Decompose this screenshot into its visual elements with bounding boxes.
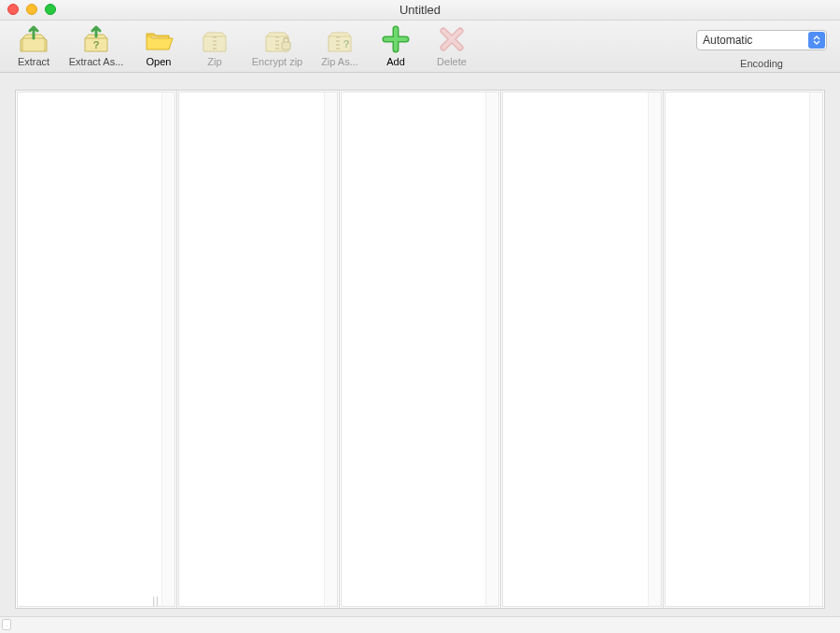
svg-rect-1: [282, 42, 290, 49]
plus-icon: [379, 24, 413, 54]
window-controls: [7, 4, 56, 15]
window-title: Untitled: [0, 3, 840, 17]
scrollbar[interactable]: [648, 92, 661, 606]
toolbar-label: Zip: [207, 56, 221, 67]
delete-button[interactable]: Delete: [427, 24, 476, 67]
close-window-button[interactable]: [7, 4, 19, 15]
encoding-select[interactable]: Automatic: [696, 30, 827, 50]
toolbar-label: Extract: [18, 56, 49, 67]
svg-text:?: ?: [343, 38, 350, 49]
scrollbar[interactable]: [485, 92, 498, 606]
browser-column[interactable]: [664, 91, 824, 608]
extract-as-button[interactable]: ? Extract As...: [65, 24, 127, 67]
scrollbar[interactable]: [809, 92, 822, 606]
scrollbar[interactable]: [324, 92, 337, 606]
box-zipper-question-icon: ?: [323, 24, 357, 54]
titlebar: Untitled: [0, 0, 840, 21]
zip-as-button[interactable]: ? Zip As...: [315, 24, 364, 67]
zip-button[interactable]: Zip: [190, 24, 239, 67]
status-bar: .: [0, 616, 840, 633]
box-arrow-up-icon: [17, 24, 50, 54]
column-resize-handle[interactable]: ||: [152, 596, 159, 606]
extract-button[interactable]: Extract: [9, 24, 58, 67]
toolbar-label: Zip As...: [321, 56, 358, 67]
column-browser: ||: [15, 90, 825, 609]
status-grip[interactable]: .: [2, 619, 11, 630]
toolbar-label: Add: [386, 56, 405, 67]
box-zipper-lock-icon: [260, 24, 294, 54]
encoding-label: Encoding: [740, 58, 783, 69]
toolbar-label: Extract As...: [69, 56, 124, 67]
toolbar-label: Delete: [437, 56, 467, 67]
svg-text:?: ?: [93, 39, 100, 50]
toolbar-label: Encrypt zip: [252, 56, 302, 67]
zoom-window-button[interactable]: [45, 4, 56, 15]
toolbar-label: Open: [147, 56, 172, 67]
encoding-control: Automatic Encoding: [696, 30, 827, 69]
minimize-window-button[interactable]: [26, 4, 37, 15]
toolbar: Extract ? Extract As... Open: [0, 21, 840, 73]
add-button[interactable]: Add: [371, 24, 420, 67]
chevron-up-down-icon: [808, 32, 825, 49]
browser-column[interactable]: [501, 91, 663, 608]
encoding-selected-value: Automatic: [703, 34, 752, 47]
box-zipper-icon: [198, 24, 231, 54]
folder-open-icon: [142, 24, 175, 54]
browser-column[interactable]: ||: [16, 91, 177, 608]
browser-column[interactable]: [177, 91, 339, 608]
x-icon: [435, 24, 469, 54]
encrypt-zip-button[interactable]: Encrypt zip: [246, 24, 308, 67]
scrollbar[interactable]: [161, 92, 175, 606]
browser-column[interactable]: [340, 91, 501, 608]
box-arrow-up-question-icon: ?: [79, 24, 113, 54]
open-button[interactable]: Open: [134, 24, 183, 67]
